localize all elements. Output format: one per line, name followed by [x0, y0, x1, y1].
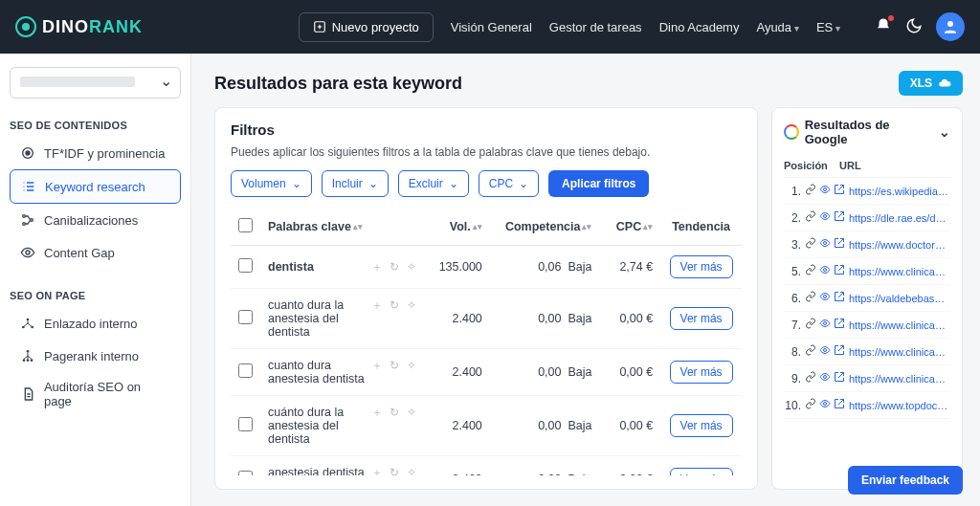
eye-icon[interactable]	[819, 291, 831, 305]
sidebar-item-enlazado[interactable]: Enlazado interno	[10, 307, 181, 340]
external-link-icon[interactable]	[834, 210, 845, 225]
link-icon[interactable]	[805, 344, 816, 359]
row-checkbox[interactable]	[238, 310, 253, 324]
row-action-icons[interactable]: ＋↻✧	[370, 260, 418, 274]
nav-vision-general[interactable]: Visión General	[451, 20, 532, 34]
nav-lang[interactable]: ES	[816, 20, 840, 34]
filter-excluir[interactable]: Excluir	[398, 170, 469, 197]
ver-mas-button[interactable]: Ver más	[670, 414, 733, 437]
nav-dino-academy[interactable]: Dino Academy	[659, 20, 740, 34]
result-url[interactable]: https://valdebebasdental...	[849, 293, 950, 304]
nuevo-proyecto-button[interactable]: Nuevo proyecto	[299, 12, 434, 42]
sidebar-item-tfidf[interactable]: TF*IDF y prominencia	[10, 137, 181, 169]
col-cpc[interactable]: CPC	[616, 220, 641, 233]
bell-icon[interactable]	[875, 17, 892, 37]
external-link-icon[interactable]	[834, 371, 845, 385]
col-palabras[interactable]: Palabras clave	[268, 220, 351, 233]
row-checkbox[interactable]	[238, 363, 253, 378]
plus-icon[interactable]: ＋	[370, 406, 384, 419]
row-action-icons[interactable]: ＋↻✧	[370, 466, 418, 475]
external-link-icon[interactable]	[834, 344, 845, 359]
link-icon[interactable]	[805, 237, 816, 252]
google-result-row: 5.https://www.clinicasuax.c...	[784, 258, 950, 285]
refresh-icon[interactable]: ↻	[388, 298, 401, 312]
link-icon[interactable]	[805, 398, 816, 412]
link-icon[interactable]	[805, 210, 816, 225]
eye-icon[interactable]	[819, 184, 831, 198]
apply-filters-button[interactable]: Aplicar filtros	[548, 170, 649, 197]
logo[interactable]: DINORANK	[15, 16, 143, 37]
refresh-icon[interactable]: ↻	[388, 466, 401, 475]
external-link-icon[interactable]	[834, 318, 845, 332]
nav-ayuda[interactable]: Ayuda	[756, 20, 798, 34]
eye-icon[interactable]	[819, 210, 831, 225]
select-all-checkbox[interactable]	[238, 218, 253, 232]
ver-mas-button[interactable]: Ver más	[670, 255, 733, 278]
result-url[interactable]: https://es.wikipedia.org/...	[849, 186, 950, 197]
result-url[interactable]: https://www.clinicadenta...	[849, 373, 950, 385]
eye-icon[interactable]	[819, 237, 831, 252]
xls-export-button[interactable]: XLS	[899, 71, 963, 96]
plus-icon[interactable]: ＋	[370, 359, 384, 372]
filter-volumen[interactable]: Volumen	[231, 170, 312, 197]
external-link-icon[interactable]	[834, 291, 845, 305]
row-action-icons[interactable]: ＋↻✧	[370, 359, 418, 372]
sidebar-item-auditoria[interactable]: Auditoría SEO on page	[10, 372, 181, 416]
row-checkbox[interactable]	[238, 417, 253, 431]
sparkle-icon[interactable]: ✧	[405, 359, 418, 372]
refresh-icon[interactable]: ↻	[388, 260, 401, 274]
filter-cpc[interactable]: CPC	[479, 170, 539, 197]
link-icon[interactable]	[805, 318, 816, 332]
sidebar-item-keyword-research[interactable]: Keyword research	[10, 169, 181, 204]
keyword-text: cuanto dura la anestesia del dentista	[268, 298, 365, 339]
row-checkbox[interactable]	[238, 258, 253, 273]
external-link-icon[interactable]	[834, 264, 845, 278]
external-link-icon[interactable]	[834, 398, 845, 412]
sidebar-item-pagerank[interactable]: Pagerank interno	[10, 340, 181, 372]
chevron-down-icon[interactable]: ⌄	[939, 124, 950, 140]
link-icon[interactable]	[805, 184, 816, 198]
external-link-icon[interactable]	[834, 184, 845, 198]
refresh-icon[interactable]: ↻	[388, 406, 401, 419]
col-competencia[interactable]: Competencia	[505, 220, 581, 233]
eye-icon[interactable]	[819, 344, 831, 359]
sidebar-item-canibalizaciones[interactable]: Canibalizaciones	[10, 204, 181, 236]
plus-icon[interactable]: ＋	[370, 466, 384, 475]
sparkle-icon[interactable]: ✧	[405, 406, 418, 419]
result-url[interactable]: https://www.clinicadenta...	[849, 346, 950, 358]
result-url[interactable]: https://www.topdoctors.e...	[849, 400, 950, 411]
ver-mas-button[interactable]: Ver más	[670, 307, 733, 330]
avatar[interactable]	[936, 12, 965, 41]
plus-icon[interactable]: ＋	[370, 260, 384, 274]
result-url[interactable]: https://www.clinicasuax.c...	[849, 266, 950, 277]
filter-incluir[interactable]: Incluir	[322, 170, 389, 197]
link-icon[interactable]	[805, 371, 816, 385]
plus-icon[interactable]: ＋	[370, 298, 384, 312]
sparkle-icon[interactable]: ✧	[405, 298, 418, 312]
ver-mas-button[interactable]: Ver más	[670, 468, 733, 475]
sparkle-icon[interactable]: ✧	[405, 466, 418, 475]
eye-icon[interactable]	[819, 318, 831, 332]
external-link-icon[interactable]	[834, 237, 845, 252]
moon-icon[interactable]	[905, 17, 923, 37]
eye-icon[interactable]	[819, 398, 831, 412]
nav-gestor-tareas[interactable]: Gestor de tareas	[549, 20, 642, 34]
result-url[interactable]: https://www.doctoralia.e...	[849, 239, 950, 251]
result-url[interactable]: https://dle.rae.es/dentista	[849, 212, 950, 224]
link-icon[interactable]	[805, 264, 816, 278]
row-action-icons[interactable]: ＋↻✧	[370, 298, 418, 312]
sidebar-item-content-gap[interactable]: Content Gap	[10, 236, 181, 269]
link-icon[interactable]	[805, 291, 816, 305]
result-url[interactable]: https://www.clinicapuyu...	[849, 319, 950, 331]
enviar-feedback-button[interactable]: Enviar feedback	[848, 466, 963, 495]
sparkle-icon[interactable]: ✧	[405, 260, 418, 274]
eye-icon[interactable]	[819, 264, 831, 278]
row-checkbox[interactable]	[238, 471, 253, 475]
eye-icon[interactable]	[819, 371, 831, 385]
col-vol[interactable]: Vol.	[450, 220, 471, 233]
xls-label: XLS	[910, 77, 932, 90]
row-action-icons[interactable]: ＋↻✧	[370, 406, 418, 419]
refresh-icon[interactable]: ↻	[388, 359, 401, 372]
ver-mas-button[interactable]: Ver más	[670, 361, 733, 384]
project-select[interactable]	[10, 67, 181, 99]
